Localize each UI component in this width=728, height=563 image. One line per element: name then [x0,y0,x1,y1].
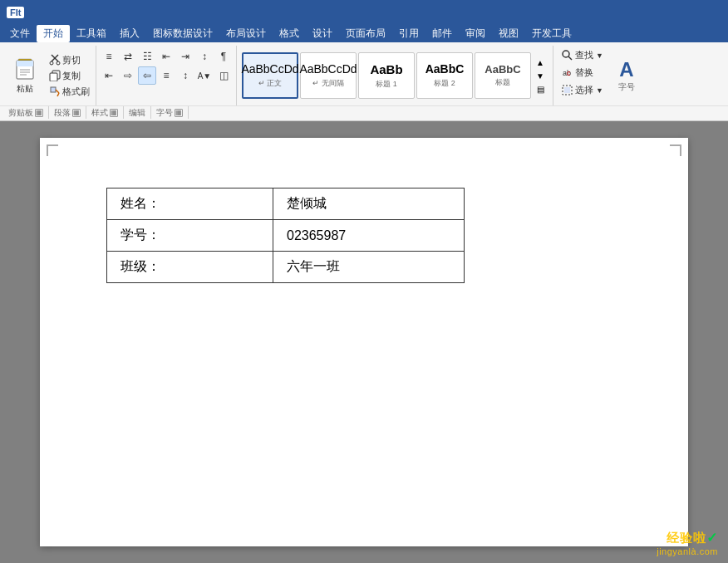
ribbon-labels: 剪贴板 ▦ 段落 ▦ 样式 ▦ 编辑 字号 ▦ [0,105,728,119]
table-row: 学号： 02365987 [107,220,465,252]
style-heading2-preview: AaBbC [425,62,465,76]
find-dropdown[interactable]: ▼ [596,51,603,60]
cut-button[interactable]: 剪切 [47,53,92,67]
clipboard-expand[interactable]: ▦ [35,109,43,117]
paste-label: 粘贴 [17,83,33,95]
style-gallery-down[interactable]: ▼ [534,70,546,81]
list-number-button[interactable]: ⇄ [119,47,137,66]
menu-item-references[interactable]: 引用 [392,25,425,42]
menu-item-home[interactable]: 开始 [37,25,70,42]
replace-icon: ab c [562,67,573,78]
clipboard-sub-buttons: 剪切 复制 格式刷 [43,47,92,104]
svg-rect-2 [17,61,33,66]
table-cell-value-1[interactable]: 02365987 [273,220,465,252]
menu-item-design[interactable]: 设计 [306,25,339,42]
select-dropdown[interactable]: ▼ [596,86,603,95]
styles-gallery: AaBbCcDd ↵ 正文 AaBbCcDd ↵ 无间隔 AaBb 标题 1 A… [237,46,553,105]
find-button[interactable]: 查找 ▼ [558,47,607,63]
svg-line-13 [56,90,59,93]
table-cell-label-2[interactable]: 班级： [107,252,273,283]
svg-line-16 [568,56,572,60]
editing-label: 编辑 [124,106,151,119]
cut-label: 剪切 [62,54,81,66]
style-heading2[interactable]: AaBbC 标题 2 [416,52,473,99]
list-bullet-button[interactable]: ≡ [100,47,118,66]
menu-bar: 文件 开始 工具箱 插入 图标数据设计 布局设计 格式 设计 页面布局 引用 邮… [0,24,728,42]
indent-increase-button[interactable]: ⇥ [176,47,194,66]
copy-button[interactable]: 复制 [47,69,92,83]
document-area: 姓名： 楚倾城 学号： 02365987 班级： 六年一班 经验啦✓ jingy… [0,121,728,563]
copy-label: 复制 [62,70,81,82]
title-bar: FIt [0,0,728,24]
align-center-button[interactable]: ⇨ [119,66,137,85]
svg-rect-11 [50,73,57,81]
border-button[interactable]: ◫ [214,66,233,85]
svg-point-8 [50,61,53,65]
style-no-spacing-label: ↵ 无间隔 [312,78,344,89]
select-label: 选择 [575,84,593,96]
char-label: 字号 [618,81,635,93]
shading-button[interactable]: A▼ [195,66,214,85]
paragraph-group: ≡ ⇄ ☷ ⇤ ⇥ ↕ ¶ ⇤ ⇨ ⇦ ≡ ↕ A▼ ◫ [96,46,237,105]
align-right-button[interactable]: ⇦ [138,66,156,85]
menu-item-format[interactable]: 格式 [273,25,306,42]
paragraph-expand[interactable]: ▦ [72,109,81,117]
clipboard-group: 粘贴 剪切 复制 [3,46,96,105]
character-group: A 字号 [612,46,642,105]
replace-button[interactable]: ab c 替换 [558,65,607,81]
indent-decrease-button[interactable]: ⇤ [157,47,175,66]
table-cell-value-2[interactable]: 六年一班 [273,252,465,283]
style-normal-preview: AaBbCcDd [241,62,298,76]
menu-item-view[interactable]: 视图 [492,25,525,42]
select-button[interactable]: 选择 ▼ [558,82,607,98]
select-icon [562,85,573,95]
style-heading2-label: 标题 2 [434,78,455,89]
show-marks-button[interactable]: ¶ [214,47,233,66]
style-gallery-more[interactable]: ▤ [534,83,546,95]
line-spacing-button[interactable]: ↕ [176,66,194,85]
format-painter-button[interactable]: 格式刷 [47,85,92,99]
menu-item-tools[interactable]: 工具箱 [70,25,113,42]
style-heading1-label: 标题 1 [376,79,397,90]
table-cell-label-0[interactable]: 姓名： [107,188,273,220]
menu-item-chart[interactable]: 图标数据设计 [146,25,219,42]
svg-line-14 [57,93,59,96]
style-normal-label: ↵ 正文 [258,78,283,89]
search-icon [562,50,573,61]
table-cell-label-1[interactable]: 学号： [107,220,273,252]
menu-item-insert[interactable]: 插入 [113,25,146,42]
page: 姓名： 楚倾城 学号： 02365987 班级： 六年一班 [40,138,688,546]
style-gallery-arrows: ▲ ▼ ▤ [533,55,548,96]
copy-icon [49,70,61,81]
style-heading3[interactable]: AaBbC 标题 [475,52,531,99]
watermark-check-icon: ✓ [706,531,718,545]
style-heading3-preview: AaBbC [485,63,520,76]
paste-button[interactable]: 粘贴 [7,47,43,104]
align-left-button[interactable]: ⇤ [100,66,118,85]
watermark: 经验啦✓ jingyanlà.com [657,530,718,556]
menu-item-developer[interactable]: 开发工具 [525,25,578,42]
style-heading1[interactable]: AaBb 标题 1 [358,52,415,99]
cut-icon [49,54,61,66]
menu-item-layout[interactable]: 布局设计 [219,25,273,42]
styles-expand[interactable]: ▦ [110,109,118,117]
character-expand[interactable]: ▦ [175,109,183,117]
corner-top-left [47,144,58,156]
word-icon: FIt [7,7,24,18]
menu-item-file[interactable]: 文件 [3,25,37,42]
watermark-line2: jingyanlà.com [657,546,718,556]
table-row: 班级： 六年一班 [107,252,465,283]
list-multi-button[interactable]: ☷ [138,47,156,66]
sort-button[interactable]: ↕ [195,47,214,66]
style-gallery-up[interactable]: ▲ [534,56,546,68]
clipboard-label: 剪贴板 ▦ [3,106,49,119]
menu-item-mail[interactable]: 邮件 [425,25,459,42]
menu-item-page-layout[interactable]: 页面布局 [339,25,392,42]
editing-group: 查找 ▼ ab c 替换 选择 ▼ [553,46,612,105]
menu-item-review[interactable]: 审阅 [459,25,492,42]
style-no-spacing[interactable]: AaBbCcDd ↵ 无间隔 [300,52,357,99]
justify-button[interactable]: ≡ [157,66,175,85]
table-cell-value-0[interactable]: 楚倾城 [273,188,465,220]
style-normal[interactable]: AaBbCcDd ↵ 正文 [242,52,298,99]
table-row: 姓名： 楚倾城 [107,188,465,220]
